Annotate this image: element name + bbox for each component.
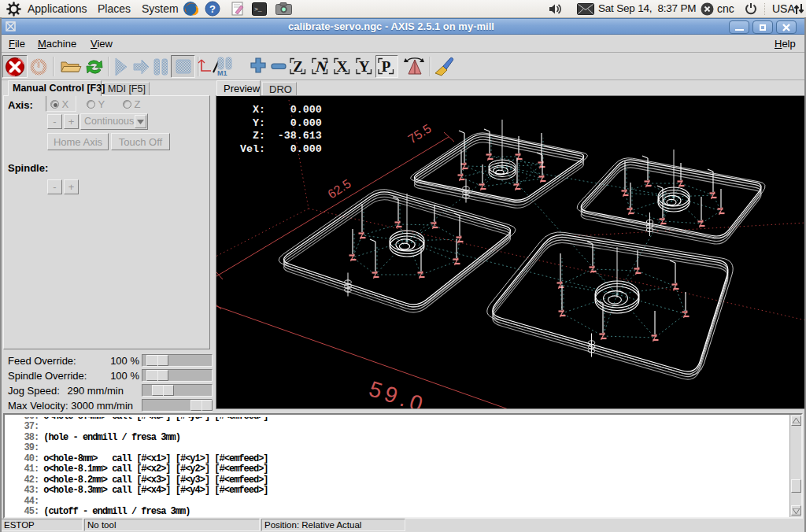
svg-text:75.5: 75.5 xyxy=(405,121,433,146)
svg-text:X: X xyxy=(337,58,348,75)
svg-text:X: 0.000 Y: 0.000: X: 0.000 Y: 0.000 Z: -38.613 Vel: 0.000 xyxy=(234,104,328,155)
svg-text:Z: Z xyxy=(293,58,303,75)
svg-text:62.5: 62.5 xyxy=(325,176,353,201)
svg-text:?: ? xyxy=(209,3,216,15)
svg-text:P: P xyxy=(382,58,391,75)
svg-text:>_: >_ xyxy=(254,6,262,13)
svg-text:M1: M1 xyxy=(217,69,227,77)
svg-text:Y: Y xyxy=(359,58,370,75)
svg-text:59.0: 59.0 xyxy=(366,376,429,408)
